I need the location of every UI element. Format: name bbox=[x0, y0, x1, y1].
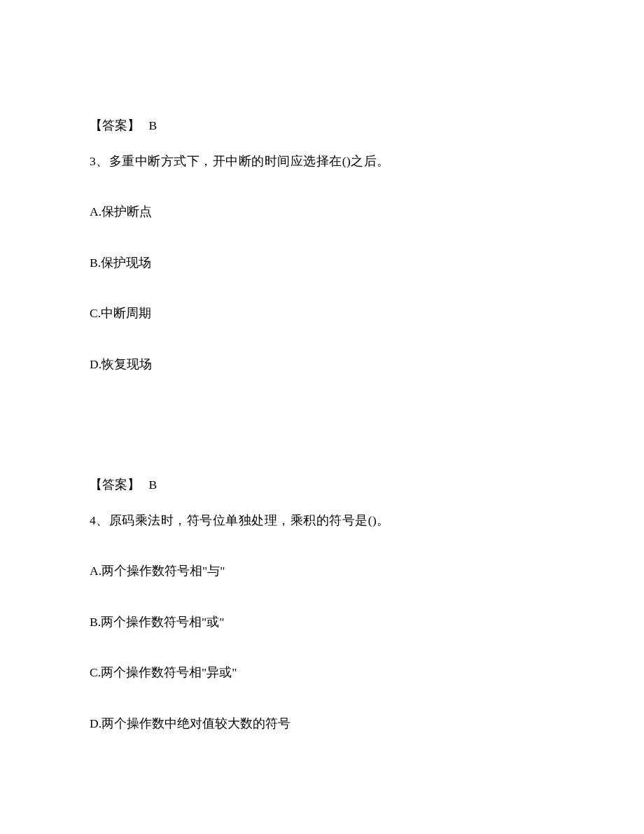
answer-block-3: 【答案】 B bbox=[90, 476, 560, 494]
question-3-option-a: A.保护断点 bbox=[90, 203, 560, 221]
option-text: 两个操作数中绝对值较大数的符号 bbox=[102, 716, 290, 730]
document-content: 【答案】 B 3、多重中断方式下，开中断的时间应选择在()之后。 A.保护断点 … bbox=[0, 0, 644, 732]
option-prefix: C. bbox=[90, 306, 101, 320]
option-prefix: B. bbox=[90, 615, 101, 629]
answer-value: B bbox=[148, 118, 157, 132]
answer-label: 【答案】 bbox=[90, 478, 140, 492]
option-prefix: D. bbox=[90, 357, 102, 371]
option-prefix: A. bbox=[90, 564, 102, 578]
answer-label: 【答案】 bbox=[90, 118, 140, 132]
question-3-text: 3、多重中断方式下，开中断的时间应选择在()之后。 bbox=[90, 153, 560, 170]
question-4-option-b: B.两个操作数符号相"或" bbox=[90, 613, 560, 631]
option-text: 保护断点 bbox=[102, 204, 152, 218]
option-text: 两个操作数符号相"或" bbox=[101, 615, 224, 629]
option-text: 保护现场 bbox=[101, 256, 151, 270]
option-prefix: D. bbox=[90, 716, 102, 730]
option-text: 中断周期 bbox=[101, 306, 151, 320]
spacer bbox=[90, 406, 560, 476]
question-4-text: 4、原码乘法时，符号位单独处理，乘积的符号是()。 bbox=[90, 512, 560, 529]
option-text: 两个操作数符号相"异或" bbox=[101, 665, 237, 679]
option-prefix: C. bbox=[90, 665, 101, 679]
option-prefix: A. bbox=[90, 204, 102, 218]
option-text: 两个操作数符号相"与" bbox=[102, 564, 225, 578]
question-3-option-b: B.保护现场 bbox=[90, 254, 560, 272]
answer-block-2: 【答案】 B bbox=[90, 117, 560, 134]
option-prefix: B. bbox=[90, 256, 101, 270]
question-4-option-a: A.两个操作数符号相"与" bbox=[90, 562, 560, 580]
question-3-option-c: C.中断周期 bbox=[90, 305, 560, 322]
question-3-option-d: D.恢复现场 bbox=[90, 356, 560, 373]
question-4-option-c: C.两个操作数符号相"异或" bbox=[90, 664, 560, 681]
option-text: 恢复现场 bbox=[102, 357, 152, 371]
question-4-option-d: D.两个操作数中绝对值较大数的符号 bbox=[90, 715, 560, 732]
answer-value: B bbox=[148, 478, 157, 492]
